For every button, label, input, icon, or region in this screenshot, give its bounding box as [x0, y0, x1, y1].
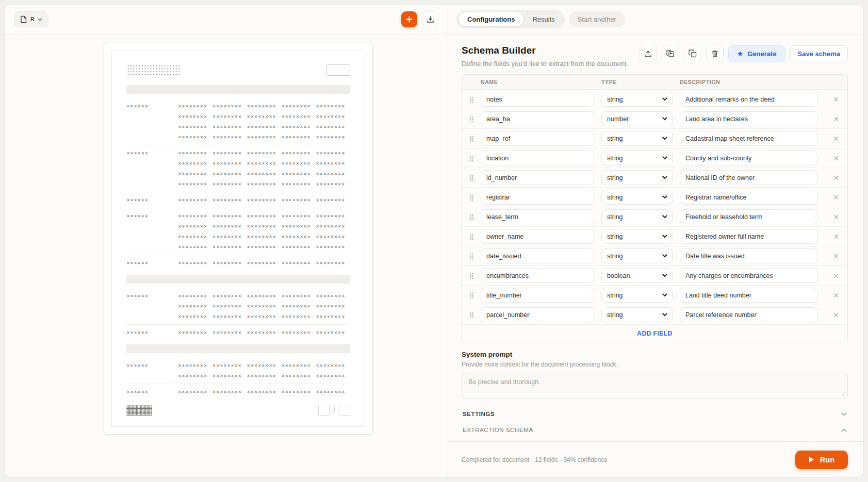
field-type-select[interactable]: string: [601, 151, 673, 165]
doc-row: ✕✕✕✕✕✕✕✕✕✕✕✕✕✕✕✕✕✕✕✕✕✕✕✕✕✕✕✕✕✕✕✕✕✕✕✕✕✕✕✕: [126, 111, 350, 122]
remove-field-button[interactable]: ✕: [831, 310, 841, 320]
redacted-text: ✕✕✕✕✕✕✕✕: [281, 245, 316, 250]
field-type-select[interactable]: string: [601, 307, 673, 322]
field-type-select[interactable]: string: [601, 288, 673, 303]
field-description-input[interactable]: [680, 209, 817, 224]
remove-field-button[interactable]: ✕: [831, 212, 841, 222]
field-type-select[interactable]: string: [601, 170, 673, 185]
copy-schema-button[interactable]: [684, 45, 701, 62]
section-settings[interactable]: SETTINGS: [462, 406, 848, 422]
tab-configurations[interactable]: Configurations: [458, 12, 524, 27]
field-type-select[interactable]: string: [601, 229, 673, 244]
save-schema-button[interactable]: Save schema: [790, 45, 848, 62]
remove-field-button[interactable]: ✕: [831, 173, 841, 183]
doc-row: ✕✕✕✕✕✕✕✕✕✕✕✕✕✕✕✕✕✕✕✕✕✕✕✕✕✕✕✕✕✕✕✕✕✕✕✕✕✕✕✕…: [126, 291, 350, 301]
field-type-select[interactable]: string: [601, 248, 673, 263]
field-name-input[interactable]: [481, 151, 594, 165]
field-description-cell: [680, 131, 825, 146]
field-description-cell: [680, 92, 825, 107]
drag-handle[interactable]: [462, 135, 481, 142]
generate-button[interactable]: ★ Generate: [728, 45, 785, 62]
redacted-text: ✕✕✕✕✕✕✕✕: [212, 235, 247, 239]
field-name-input[interactable]: [481, 111, 594, 126]
remove-field-button[interactable]: ✕: [831, 153, 841, 163]
download-document-button[interactable]: [422, 11, 438, 27]
field-type-value: string: [607, 174, 623, 181]
field-type-select[interactable]: string: [601, 209, 673, 224]
field-type-select[interactable]: string: [601, 131, 673, 146]
field-description-input[interactable]: [680, 92, 817, 107]
field-name-input[interactable]: [481, 307, 594, 322]
field-type-select[interactable]: number: [601, 111, 673, 126]
doc-row: ✕✕✕✕✕✕✕✕✕✕✕✕✕✕✕✕✕✕✕✕✕✕✕✕✕✕✕✕✕✕✕✕✕✕✕✕✕✕✕✕…: [126, 195, 350, 205]
field-description-input[interactable]: [680, 307, 817, 322]
drag-handle[interactable]: [462, 155, 481, 161]
field-name-input[interactable]: [481, 92, 594, 107]
remove-field-button[interactable]: ✕: [831, 290, 841, 301]
field-name-input[interactable]: [481, 268, 594, 283]
drag-handle[interactable]: [462, 115, 481, 122]
field-description-input[interactable]: [680, 170, 817, 185]
field-name-input[interactable]: [481, 248, 594, 263]
field-type-select[interactable]: string: [601, 92, 673, 107]
tab-results[interactable]: Results: [524, 12, 563, 27]
field-description-input[interactable]: [680, 131, 817, 146]
field-name-input[interactable]: [481, 131, 594, 146]
field-name-input[interactable]: [481, 288, 594, 303]
doc-row: ✕✕✕✕✕✕✕✕✕✕✕✕✕✕✕✕✕✕✕✕✕✕✕✕✕✕✕✕✕✕✕✕✕✕✕✕✕✕✕✕: [126, 169, 350, 179]
field-name-input[interactable]: [481, 229, 594, 244]
redacted-text: ✕✕✕✕✕✕✕✕: [281, 172, 316, 176]
system-prompt-subtitle: Provide more context for the document pr…: [462, 361, 848, 368]
section-extraction-schema[interactable]: EXTRACTION SCHEMA: [462, 422, 848, 438]
drag-handle[interactable]: [462, 292, 481, 298]
field-description-input[interactable]: [680, 288, 817, 303]
paste-schema-button[interactable]: [662, 45, 679, 62]
drag-handle[interactable]: [462, 96, 481, 103]
add-field-label: ADD FIELD: [637, 330, 673, 337]
file-selector[interactable]: R: [14, 11, 48, 27]
remove-field-button[interactable]: ✕: [831, 271, 841, 281]
field-description-input[interactable]: [680, 268, 817, 283]
add-field-button[interactable]: ADD FIELD: [462, 325, 847, 342]
redacted-text: ✕✕✕✕✕✕✕✕: [178, 104, 212, 109]
drag-handle[interactable]: [462, 311, 481, 318]
drag-handle[interactable]: [462, 194, 481, 201]
field-type-cell: string: [601, 92, 680, 107]
remove-field-button[interactable]: ✕: [831, 114, 841, 124]
field-type-select[interactable]: boolean: [601, 268, 673, 283]
redacted-text: ✕✕✕✕✕✕✕✕: [281, 261, 316, 265]
field-type-select[interactable]: string: [601, 190, 673, 205]
field-name-input[interactable]: [481, 170, 594, 185]
field-description-input[interactable]: [680, 111, 817, 126]
field-description-input[interactable]: [680, 190, 817, 205]
redacted-text: ✕✕✕✕✕✕✕✕: [247, 151, 282, 156]
drag-handle[interactable]: [462, 233, 481, 240]
field-name-input[interactable]: [481, 209, 594, 224]
field-description-input[interactable]: [680, 248, 817, 263]
remove-field-button[interactable]: ✕: [831, 231, 841, 242]
add-document-button[interactable]: [401, 11, 417, 27]
drag-handle[interactable]: [462, 272, 481, 279]
remove-field-button[interactable]: ✕: [831, 134, 841, 144]
remove-field-button[interactable]: ✕: [831, 251, 841, 261]
system-prompt-textarea[interactable]: Be precise and thorough.: [462, 373, 848, 399]
drag-handle[interactable]: [462, 213, 481, 220]
delete-schema-button[interactable]: [706, 45, 724, 62]
drag-handle[interactable]: [462, 253, 481, 259]
upload-schema-button[interactable]: [640, 45, 657, 62]
remove-field-button[interactable]: ✕: [831, 94, 841, 105]
redacted-text: ✕✕✕✕✕✕✕✕: [247, 330, 282, 335]
drag-dots-icon: [469, 213, 473, 220]
doc-row-group: ✕✕✕✕✕✕✕✕✕✕✕✕✕✕✕✕✕✕✕✕✕✕✕✕✕✕✕✕✕✕✕✕✕✕✕✕✕✕✕✕…: [126, 145, 350, 192]
tab-start-another[interactable]: Start another: [569, 11, 625, 27]
remove-field-button[interactable]: ✕: [831, 192, 841, 203]
document-card[interactable]: ✕✕✕✕✕✕✕✕✕✕✕✕✕✕✕✕✕✕✕✕✕✕✕✕✕✕✕✕✕✕✕✕✕✕✕✕✕✕✕✕…: [104, 43, 373, 435]
field-name-input[interactable]: [481, 190, 594, 205]
field-description-input[interactable]: [680, 151, 817, 165]
chevron-down-icon: [662, 235, 667, 238]
redacted-text: ✕✕✕✕✕✕✕✕: [281, 182, 316, 187]
field-description-input[interactable]: [680, 229, 817, 244]
drag-handle[interactable]: [462, 174, 481, 181]
run-button[interactable]: Run: [795, 451, 848, 469]
field-type-value: number: [607, 115, 629, 123]
